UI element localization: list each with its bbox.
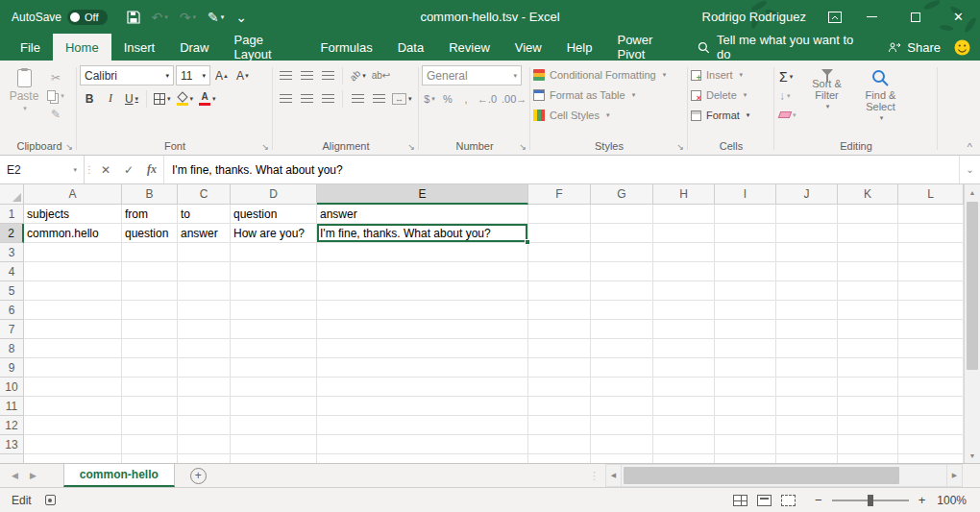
grid-cell-J5[interactable] <box>776 281 838 301</box>
grid-cell-I6[interactable] <box>715 301 776 320</box>
grid-cell-D1[interactable]: question <box>231 205 317 224</box>
row-header-11[interactable]: 11 <box>0 397 24 416</box>
ribbon-tab-file[interactable]: File <box>8 34 53 61</box>
grid-cell-H3[interactable] <box>653 243 715 262</box>
insert-cells-button[interactable]: Insert ▾ <box>691 65 772 85</box>
grid-cell-K6[interactable] <box>838 301 898 320</box>
grid-cell-D3[interactable] <box>231 243 317 262</box>
grid-cell-I10[interactable] <box>715 378 776 397</box>
grid-cell-C2[interactable]: answer <box>178 224 231 243</box>
close-button[interactable]: ✕ <box>937 0 980 34</box>
formula-input[interactable]: I'm fine, thanks. What about you? <box>163 156 959 183</box>
percent-style-button[interactable]: % <box>440 88 455 109</box>
grid-cell-J11[interactable] <box>776 397 838 416</box>
record-macro-icon[interactable] <box>45 495 56 505</box>
enter-button[interactable]: ✓ <box>117 156 140 183</box>
grid-cell-E1[interactable]: answer <box>317 205 528 224</box>
cell-styles-button[interactable]: Cell Styles ▾ <box>533 106 685 125</box>
grid-cell-E8[interactable] <box>317 339 528 358</box>
underline-button[interactable]: U▾ <box>122 88 141 109</box>
format-painter-button[interactable]: ✎ <box>43 105 68 123</box>
grid-cell-J9[interactable] <box>776 358 838 378</box>
copy-button[interactable]: ▾ <box>43 86 68 105</box>
formula-bar-drag-handle[interactable]: ⋮ <box>85 156 94 183</box>
merge-center-button[interactable]: ↔▾ <box>390 88 414 109</box>
grid-cell-I13[interactable] <box>715 435 776 454</box>
grid-cell-G8[interactable] <box>591 339 653 358</box>
grid-cell-A1[interactable]: subjects <box>24 205 122 224</box>
grid-cell-G2[interactable] <box>591 224 653 243</box>
grid-cell-D2[interactable]: How are you? <box>231 224 317 243</box>
grid-cell-G3[interactable] <box>591 243 653 262</box>
autosave-toggle[interactable]: AutoSave Off <box>12 10 108 25</box>
grid-cell-I7[interactable] <box>715 320 776 339</box>
ribbon-tab-data[interactable]: Data <box>385 34 436 61</box>
grid-cell-A6[interactable] <box>24 301 122 320</box>
orientation-button[interactable]: ab▾ <box>348 65 368 85</box>
grid-cell-H1[interactable] <box>653 205 715 224</box>
autosum-button[interactable]: Σ▾ <box>777 67 798 85</box>
next-sheet-button[interactable]: ▶ <box>30 471 37 480</box>
normal-view-button[interactable] <box>733 495 747 506</box>
grid-cell-A11[interactable] <box>24 397 122 416</box>
grid-cell-A9[interactable] <box>24 358 122 378</box>
column-header-H[interactable]: H <box>653 184 715 205</box>
grid-cell-E2[interactable]: I'm fine, thanks. What about you? <box>317 224 528 243</box>
grid-cell-J4[interactable] <box>776 262 838 281</box>
grid-cell-L13[interactable] <box>898 435 964 454</box>
grid-cell-L9[interactable] <box>898 358 964 378</box>
row-header-9[interactable]: 9 <box>0 358 24 378</box>
grid-cell-F2[interactable] <box>528 224 591 243</box>
grid-cell-J10[interactable] <box>776 378 838 397</box>
grid-cell-L11[interactable] <box>898 397 964 416</box>
grid-cell-H9[interactable] <box>653 358 715 378</box>
top-align-button[interactable] <box>276 65 295 85</box>
redo-button[interactable]: ↷▾ <box>174 5 202 30</box>
font-color-button[interactable]: A▾ <box>197 88 218 109</box>
grid-cell-H7[interactable] <box>653 320 715 339</box>
comma-style-button[interactable]: , <box>458 88 474 109</box>
align-left-button[interactable] <box>276 88 295 109</box>
borders-button[interactable]: ▾ <box>152 88 173 109</box>
grid-cell-H13[interactable] <box>653 435 715 454</box>
increase-font-size-button[interactable]: A▲ <box>212 65 232 85</box>
column-header-J[interactable]: J <box>776 184 838 205</box>
grid-cell-E12[interactable] <box>317 416 528 435</box>
name-box[interactable]: E2 ▾ <box>0 156 85 183</box>
autosave-switch[interactable]: Off <box>67 10 107 25</box>
grid-cell-G9[interactable] <box>591 358 653 378</box>
italic-button[interactable]: I <box>101 88 120 109</box>
cancel-button[interactable]: ✕ <box>94 156 117 183</box>
grid-cell-E9[interactable] <box>317 358 528 378</box>
ribbon-display-options-button[interactable] <box>820 0 850 34</box>
grid-cell-B3[interactable] <box>122 243 178 262</box>
row-header-13[interactable]: 13 <box>0 435 24 454</box>
ribbon-tab-review[interactable]: Review <box>436 34 502 61</box>
decrease-indent-button[interactable] <box>348 88 367 109</box>
zoom-slider[interactable] <box>832 500 909 501</box>
sheet-tab-common-hello[interactable]: common-hello <box>63 464 175 487</box>
grid-cell-E11[interactable] <box>317 397 528 416</box>
grid-cell-G12[interactable] <box>591 416 653 435</box>
sort-filter-button[interactable]: Sort & Filter ▾ <box>802 65 852 138</box>
bottom-align-button[interactable] <box>318 65 337 85</box>
grid-cell-B4[interactable] <box>122 262 178 281</box>
font-dialog-launcher[interactable]: ↘ <box>261 141 269 153</box>
grid-cell-A2[interactable]: common.hello <box>24 224 122 243</box>
grid-cell-D13[interactable] <box>231 435 317 454</box>
column-header-L[interactable]: L <box>898 184 964 205</box>
grid-cell-A7[interactable] <box>24 320 122 339</box>
grid-cell-F7[interactable] <box>528 320 591 339</box>
ribbon-tab-power-pivot[interactable]: Power Pivot <box>604 34 688 61</box>
grid-cell-A4[interactable] <box>24 262 122 281</box>
grid-cell-B11[interactable] <box>122 397 178 416</box>
zoom-slider-thumb[interactable] <box>868 495 873 506</box>
grid-cell-D4[interactable] <box>231 262 317 281</box>
expand-formula-bar-button[interactable]: ⌄ <box>959 156 980 183</box>
row-header-5[interactable]: 5 <box>0 281 24 301</box>
grid-cell-L2[interactable] <box>898 224 964 243</box>
grid-cell-E5[interactable] <box>317 281 528 301</box>
tab-scroll-divider[interactable]: ⋮ <box>583 464 605 487</box>
grid-cell-I2[interactable] <box>715 224 776 243</box>
ribbon-tab-help[interactable]: Help <box>554 34 605 61</box>
